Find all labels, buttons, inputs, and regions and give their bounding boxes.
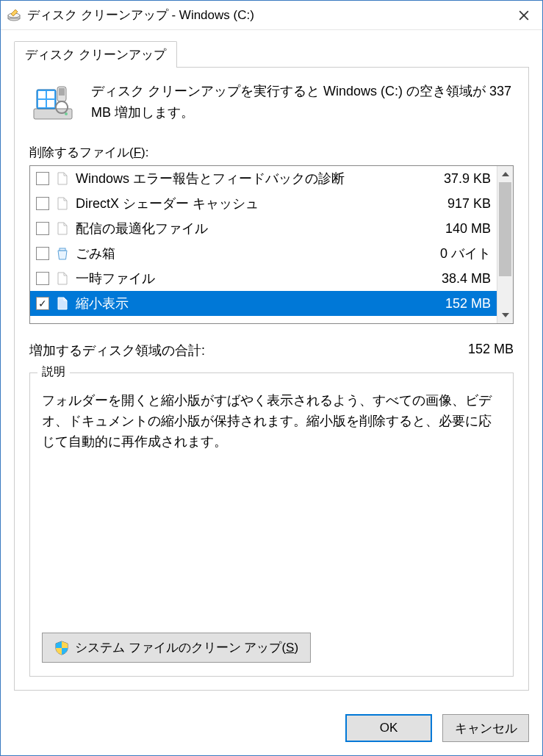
total-label: 増加するディスク領域の合計: — [29, 342, 468, 359]
file-icon — [55, 196, 70, 211]
files-label: 削除するファイル(F): — [29, 144, 514, 161]
summary-text: ディスク クリーンアップを実行すると Windows (C:) の空き領域が 3… — [91, 81, 514, 128]
file-name: DirectX シェーダー キャッシュ — [76, 195, 419, 212]
svg-rect-10 — [38, 100, 46, 107]
file-icon — [55, 221, 70, 236]
file-name: ごみ箱 — [76, 245, 419, 262]
file-name: Windows エラー報告とフィードバックの診断 — [76, 170, 419, 187]
scroll-down-button[interactable] — [497, 307, 513, 323]
titlebar: ディスク クリーンアップ - Windows (C:) — [1, 1, 542, 30]
description-legend: 説明 — [37, 364, 70, 380]
file-size: 0 バイト — [425, 245, 491, 262]
svg-rect-8 — [38, 91, 46, 98]
file-name: 縮小表示 — [76, 295, 419, 312]
shield-icon — [54, 641, 69, 655]
sysclean-key: S — [286, 641, 294, 655]
scroll-track[interactable] — [497, 182, 513, 307]
tab-row: ディスク クリーンアップ — [14, 40, 529, 67]
clean-system-files-label: システム ファイルのクリーン アップ(S) — [75, 639, 298, 656]
description-group: 説明 フォルダーを開くと縮小版がすばやく表示されるよう、すべての画像、ビデオ、ド… — [29, 372, 514, 677]
file-row[interactable]: ごみ箱0 バイト — [30, 241, 497, 266]
scroll-up-button[interactable] — [497, 166, 513, 182]
drive-icon — [29, 81, 76, 128]
total-row: 増加するディスク領域の合計: 152 MB — [29, 342, 514, 359]
file-checkbox[interactable] — [36, 197, 49, 210]
file-checkbox[interactable] — [36, 272, 49, 285]
file-name: 配信の最適化ファイル — [76, 220, 419, 237]
clean-system-files-button[interactable]: システム ファイルのクリーン アップ(S) — [42, 633, 311, 663]
file-name: 一時ファイル — [76, 270, 419, 287]
file-size: 38.4 MB — [425, 271, 491, 287]
file-size: 917 KB — [425, 196, 491, 212]
file-icon — [55, 271, 70, 286]
ok-button[interactable]: OK — [345, 714, 432, 742]
total-value: 152 MB — [468, 342, 514, 359]
disk-cleanup-window: ディスク クリーンアップ - Windows (C:) ディスク クリーンアップ — [0, 0, 543, 756]
file-checkbox[interactable] — [36, 247, 49, 260]
svg-rect-13 — [59, 88, 65, 96]
file-icon — [55, 296, 70, 311]
tab-disk-cleanup[interactable]: ディスク クリーンアップ — [14, 41, 177, 68]
svg-rect-11 — [47, 100, 54, 107]
description-text: フォルダーを開くと縮小版がすばやく表示されるよう、すべての画像、ビデオ、ドキュメ… — [42, 391, 501, 625]
disk-cleanup-icon — [7, 8, 21, 23]
sysclean-suffix: ) — [294, 641, 298, 655]
file-list-container: Windows エラー報告とフィードバックの診断37.9 KBDirectX シ… — [29, 165, 514, 324]
file-checkbox[interactable] — [36, 172, 49, 185]
files-label-key: F — [134, 145, 141, 159]
scroll-thumb[interactable] — [499, 182, 511, 276]
file-size: 37.9 KB — [425, 171, 491, 187]
files-label-suffix: ): — [141, 145, 148, 159]
tab-panel: ディスク クリーンアップを実行すると Windows (C:) の空き領域が 3… — [14, 67, 529, 691]
client-area: ディスク クリーンアップ — [1, 30, 542, 704]
window-title: ディスク クリーンアップ - Windows (C:) — [27, 7, 506, 24]
file-list[interactable]: Windows エラー報告とフィードバックの診断37.9 KBDirectX シ… — [30, 166, 497, 323]
file-checkbox[interactable] — [36, 222, 49, 235]
svg-rect-9 — [47, 91, 54, 98]
file-size: 140 MB — [425, 221, 491, 237]
file-checkbox[interactable]: ✓ — [36, 297, 49, 310]
file-row[interactable]: Windows エラー報告とフィードバックの診断37.9 KB — [30, 166, 497, 191]
sysclean-prefix: システム ファイルのクリーン アップ( — [75, 641, 286, 655]
close-button[interactable] — [506, 1, 542, 30]
file-icon — [55, 171, 70, 186]
files-label-prefix: 削除するファイル( — [29, 145, 134, 159]
file-row[interactable]: DirectX シェーダー キャッシュ917 KB — [30, 191, 497, 216]
summary-row: ディスク クリーンアップを実行すると Windows (C:) の空き領域が 3… — [29, 81, 514, 128]
recycle-bin-icon — [55, 246, 70, 261]
file-row[interactable]: 一時ファイル38.4 MB — [30, 266, 497, 291]
file-size: 152 MB — [425, 296, 491, 312]
cancel-button[interactable]: キャンセル — [442, 714, 529, 742]
description-actions: システム ファイルのクリーン アップ(S) — [42, 633, 501, 663]
dialog-buttons: OK キャンセル — [1, 704, 542, 755]
svg-rect-14 — [60, 248, 65, 251]
scrollbar[interactable] — [497, 166, 513, 323]
file-row[interactable]: 配信の最適化ファイル140 MB — [30, 216, 497, 241]
file-row[interactable]: ✓縮小表示152 MB — [30, 291, 497, 316]
